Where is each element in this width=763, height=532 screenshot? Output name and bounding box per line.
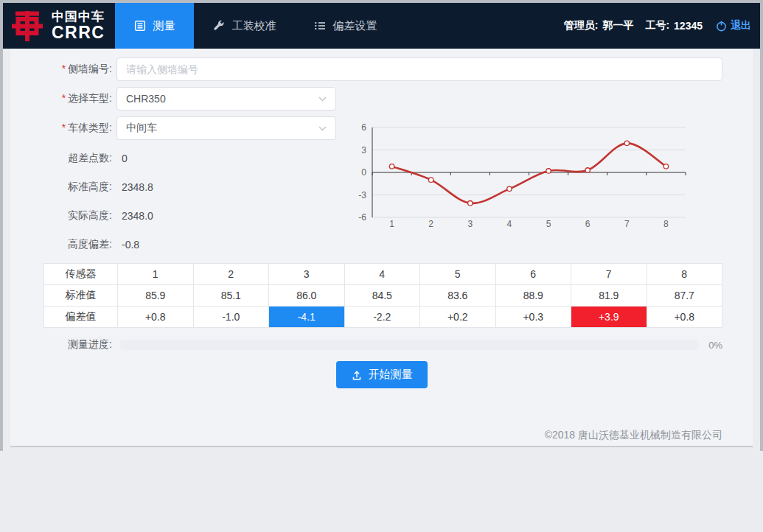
table-row: 偏差值 +0.8 -1.0 -4.1 -2.2 +0.2 +0.3 +3.9 +…: [44, 307, 722, 328]
table-cell: 85.9: [118, 285, 194, 307]
logo-text-en: CRRC: [52, 24, 105, 41]
out-of-tolerance-value: 0: [122, 153, 128, 164]
table-cell: 85.1: [193, 285, 269, 307]
stat-label: 超差点数:: [25, 152, 112, 165]
tab-deviation-settings[interactable]: 偏差设置: [295, 3, 396, 49]
model-row: *选择车型: CHR350: [25, 87, 336, 111]
crrc-emblem-icon: [10, 9, 44, 43]
table-cell: +0.3: [495, 307, 571, 328]
table-cell-highlight-blue: -4.1: [269, 307, 345, 328]
table-cell: 1: [118, 264, 194, 285]
copyright-text: ©2018 唐山沃德基业机械制造有限公司: [545, 429, 722, 442]
svg-text:-6: -6: [358, 212, 366, 223]
table-cell: 88.9: [495, 285, 571, 307]
measure-panel: *侧墙编号: *选择车型: CHR350 *车体类型: 中间车 超差点数: 0 …: [10, 49, 753, 447]
user-role-label: 管理员:: [564, 19, 599, 32]
sensor-table: 传感器 1 2 3 4 5 6 7 8 标准值 85.9 85.1 86.0 8…: [43, 263, 722, 328]
stat-label: 标准高度:: [25, 181, 112, 194]
tab-label: 工装校准: [231, 19, 276, 33]
sidewall-input[interactable]: [116, 57, 722, 81]
table-cell: +0.8: [647, 307, 722, 328]
svg-text:5: 5: [546, 219, 551, 229]
stat-label: 实际高度:: [25, 209, 112, 223]
svg-text:-3: -3: [358, 190, 366, 200]
table-cell-highlight-red: +3.9: [571, 307, 647, 328]
upload-icon: [351, 369, 363, 381]
required-asterisk: *: [62, 92, 66, 104]
body-type-select-value: 中间车: [126, 122, 157, 135]
sidewall-label: *侧墙编号:: [25, 63, 112, 76]
table-cell: +0.8: [118, 307, 194, 328]
table-cell: 83.6: [420, 285, 496, 307]
standard-height-row: 标准高度: 2348.8: [25, 180, 153, 195]
actual-height-value: 2348.0: [122, 210, 153, 222]
table-cell: 86.0: [269, 285, 345, 307]
body-type-select[interactable]: 中间车: [116, 116, 336, 140]
user-name: 郭一平: [602, 19, 633, 32]
tab-label: 测量: [153, 19, 175, 33]
svg-text:1: 1: [389, 219, 394, 229]
start-measure-label: 开始测量: [369, 368, 413, 382]
required-asterisk: *: [62, 122, 66, 133]
employee-id: 12345: [674, 20, 703, 32]
table-cell: 6: [495, 264, 571, 285]
svg-text:0: 0: [361, 167, 366, 178]
out-of-tolerance-row: 超差点数: 0: [25, 151, 128, 166]
model-select[interactable]: CHR350: [116, 87, 336, 111]
wrench-icon: [213, 20, 225, 32]
svg-text:3: 3: [361, 145, 366, 155]
table-row-label: 偏差值: [44, 307, 118, 328]
measure-progress-row: 测量进度: 0%: [25, 337, 722, 352]
svg-text:3: 3: [467, 219, 473, 229]
table-cell: 7: [571, 264, 647, 285]
table-row-label: 标准值: [44, 285, 118, 307]
model-label: *选择车型:: [25, 92, 112, 105]
table-cell: 3: [269, 264, 345, 285]
header: 中国中车 CRRC 测量 工装校准: [3, 3, 760, 49]
body-type-label: *车体类型:: [25, 122, 112, 135]
svg-text:7: 7: [624, 219, 630, 229]
table-row: 传感器 1 2 3 4 5 6 7 8: [44, 264, 722, 285]
progress-bar-track: [119, 340, 700, 350]
tab-measure[interactable]: 测量: [115, 3, 194, 49]
height-deviation-row: 高度偏差: -0.8: [25, 237, 139, 252]
chevron-down-icon: [318, 97, 327, 102]
logout-button[interactable]: 退出: [716, 19, 751, 32]
start-measure-button[interactable]: 开始测量: [336, 361, 428, 388]
sidewall-row: *侧墙编号:: [25, 57, 722, 81]
tab-tooling-calibration[interactable]: 工装校准: [194, 3, 295, 49]
svg-text:6: 6: [585, 219, 590, 229]
height-deviation-value: -0.8: [122, 239, 139, 251]
actual-height-row: 实际高度: 2348.0: [25, 209, 153, 223]
employee-id-label: 工号:: [645, 19, 669, 32]
list-icon: [314, 20, 326, 32]
model-select-value: CHR350: [126, 93, 166, 105]
svg-text:8: 8: [663, 219, 669, 229]
table-cell: 4: [344, 264, 420, 285]
main-nav: 测量 工装校准 偏差设置: [115, 3, 396, 49]
chevron-down-icon: [318, 126, 327, 131]
logout-label: 退出: [731, 19, 751, 32]
table-cell: 81.9: [571, 285, 647, 307]
document-icon: [134, 20, 146, 32]
progress-percent: 0%: [708, 340, 722, 351]
table-row-label: 传感器: [44, 264, 118, 285]
table-cell: 2: [193, 264, 269, 285]
progress-label: 测量进度:: [25, 338, 112, 351]
deviation-chart: 630-3-612345678: [330, 121, 732, 237]
logo-text-cn: 中国中车: [52, 10, 105, 24]
table-cell: 5: [420, 264, 496, 285]
svg-text:2: 2: [428, 219, 433, 229]
table-cell: -1.0: [193, 307, 269, 328]
body-type-row: *车体类型: 中间车: [25, 116, 336, 140]
table-cell: 84.5: [344, 285, 420, 307]
svg-text:4: 4: [507, 219, 512, 229]
tab-label: 偏差设置: [332, 19, 377, 33]
table-cell: 8: [647, 264, 722, 285]
table-cell: 87.7: [647, 285, 722, 307]
required-asterisk: *: [62, 63, 66, 74]
user-info: 管理员: 郭一平 工号: 12345 退出: [564, 3, 760, 49]
svg-text:6: 6: [361, 122, 366, 133]
table-cell: -2.2: [344, 307, 420, 328]
table-cell: +0.2: [420, 307, 496, 328]
